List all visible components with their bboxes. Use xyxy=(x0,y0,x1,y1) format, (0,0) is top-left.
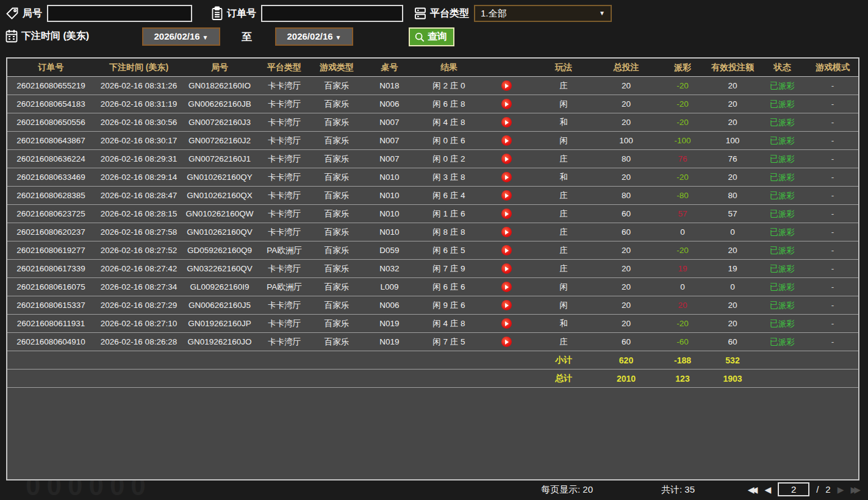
valid-bet-cell: 60 xyxy=(708,337,758,346)
column-header: 平台类型 xyxy=(256,62,312,73)
order-no-cell: 260216080616075 xyxy=(7,282,95,291)
result-cell: 闲 6 庄 4 xyxy=(418,190,480,201)
total-bet-cell: 80 xyxy=(595,154,658,163)
play-replay-button[interactable] xyxy=(501,135,512,146)
column-header: 订单号 xyxy=(7,62,95,73)
play-replay-button[interactable] xyxy=(501,227,512,237)
game-no-input[interactable] xyxy=(47,5,192,22)
subtotal-label: 小计 xyxy=(533,355,595,366)
play-replay-button[interactable] xyxy=(501,190,512,201)
valid-bet-cell: 80 xyxy=(708,191,758,200)
table-no-cell: N010 xyxy=(361,209,418,218)
table-no-cell: N007 xyxy=(361,154,418,163)
order-no-cell: 260216080623725 xyxy=(7,209,95,218)
status-badge: 已派彩 xyxy=(758,227,807,238)
payout-cell: 57 xyxy=(658,209,708,218)
status-badge: 已派彩 xyxy=(758,263,807,274)
play-replay-button[interactable] xyxy=(501,117,512,127)
payout-cell: 20 xyxy=(658,301,708,310)
total-bet-cell: 20 xyxy=(595,319,658,328)
play-replay-button[interactable] xyxy=(501,318,512,329)
platform-cell: PA欧洲厅 xyxy=(256,245,312,256)
result-cell: 闲 6 庄 5 xyxy=(418,245,480,256)
game-type-cell: 百家乐 xyxy=(312,117,361,128)
game-no-cell: GN006262160JB xyxy=(183,99,256,109)
table-no-cell: N019 xyxy=(361,319,418,328)
subtotal-total-bet: 620 xyxy=(595,355,658,365)
order-no-cell: 260216080615337 xyxy=(7,301,95,310)
result-cell: 闲 6 庄 8 xyxy=(418,99,480,110)
table-row: 260216080619277 2026-02-16 08:27:52 GD05… xyxy=(7,241,858,260)
order-no-cell: 260216080654183 xyxy=(7,99,95,109)
platform-cell: 卡卡湾厅 xyxy=(256,172,312,183)
order-no-cell: 260216080655219 xyxy=(7,81,95,90)
game-mode-cell: - xyxy=(807,246,858,255)
bet-type-cell: 庄 xyxy=(533,209,595,220)
game-no-cell: GN006262160J5 xyxy=(183,301,256,310)
game-mode-cell: - xyxy=(807,99,858,109)
platform-type-select[interactable]: 1.全部 ▼ xyxy=(474,5,612,22)
bet-type-cell: 和 xyxy=(533,117,595,128)
total-pages-label: 2 xyxy=(825,484,830,495)
bet-time-cell: 2026-02-16 08:29:31 xyxy=(95,154,183,163)
play-replay-button[interactable] xyxy=(501,300,512,310)
search-button[interactable]: 查询 xyxy=(409,27,454,46)
status-badge: 已派彩 xyxy=(758,99,807,110)
first-page-button[interactable]: ◀◀ xyxy=(748,485,758,495)
play-replay-button[interactable] xyxy=(501,99,512,109)
bet-time-cell: 2026-02-16 08:29:14 xyxy=(95,173,183,182)
date-to-select[interactable]: 2026/02/16▼ xyxy=(275,27,353,46)
current-page-input[interactable] xyxy=(778,482,809,496)
play-replay-button[interactable] xyxy=(501,172,512,182)
platform-cell: 卡卡湾厅 xyxy=(256,209,312,220)
game-no-cell: GN010262160QW xyxy=(183,209,256,218)
valid-bet-cell: 57 xyxy=(708,209,758,218)
table-no-cell: N010 xyxy=(361,173,418,182)
bet-time-cell: 2026-02-16 08:30:17 xyxy=(95,136,183,145)
table-row: 260216080623725 2026-02-16 08:28:15 GN01… xyxy=(7,205,858,223)
bet-type-cell: 闲 xyxy=(533,300,595,311)
game-type-cell: 百家乐 xyxy=(312,300,361,311)
subtotal-valid-bet: 532 xyxy=(708,355,758,365)
order-no-cell: 260216080650556 xyxy=(7,118,95,127)
platform-cell: 卡卡湾厅 xyxy=(256,227,312,238)
play-replay-button[interactable] xyxy=(501,245,512,255)
total-bet-cell: 60 xyxy=(595,209,658,218)
next-page-button[interactable]: ▶ xyxy=(838,485,844,495)
order-no-input[interactable] xyxy=(261,5,403,22)
play-replay-button[interactable] xyxy=(501,337,512,347)
status-badge: 已派彩 xyxy=(758,245,807,256)
table-row: 260216080636224 2026-02-16 08:29:31 GN00… xyxy=(7,150,858,168)
bet-type-cell: 和 xyxy=(533,172,595,183)
play-replay-button[interactable] xyxy=(501,209,512,219)
result-cell: 闲 8 庄 8 xyxy=(418,227,480,238)
column-header: 总投注 xyxy=(595,62,658,73)
game-no-field-group: 局号 xyxy=(5,5,192,22)
table-row: 260216080655219 2026-02-16 08:31:26 GN01… xyxy=(7,77,858,95)
platform-cell: 卡卡湾厅 xyxy=(256,318,312,329)
table-no-cell: D059 xyxy=(361,246,418,255)
column-header: 局号 xyxy=(183,62,256,73)
game-mode-cell: - xyxy=(807,154,858,163)
play-replay-button[interactable] xyxy=(501,80,512,91)
previous-page-button[interactable]: ◀ xyxy=(764,485,771,495)
game-mode-cell: - xyxy=(807,337,858,346)
table-row: 260216080617339 2026-02-16 08:27:42 GN03… xyxy=(7,260,858,278)
grand-total-total-bet: 2010 xyxy=(595,374,658,384)
game-mode-cell: - xyxy=(807,264,858,273)
bet-time-cell: 2026-02-16 08:27:42 xyxy=(95,264,183,273)
result-cell: 闲 9 庄 6 xyxy=(418,300,480,311)
status-badge: 已派彩 xyxy=(758,154,807,165)
play-replay-button[interactable] xyxy=(501,263,512,274)
table-no-cell: N019 xyxy=(361,337,418,346)
total-bet-cell: 100 xyxy=(595,136,658,145)
game-type-cell: 百家乐 xyxy=(312,263,361,274)
last-page-button[interactable]: ▶▶ xyxy=(850,485,861,495)
result-cell: 闲 2 庄 0 xyxy=(418,80,480,91)
result-cell: 闲 1 庄 6 xyxy=(418,209,480,220)
play-replay-button[interactable] xyxy=(501,154,512,164)
play-replay-button[interactable] xyxy=(501,282,512,292)
game-type-cell: 百家乐 xyxy=(312,154,361,165)
grand-total-payout: 123 xyxy=(658,374,708,384)
date-from-select[interactable]: 2026/02/16▼ xyxy=(142,27,220,46)
